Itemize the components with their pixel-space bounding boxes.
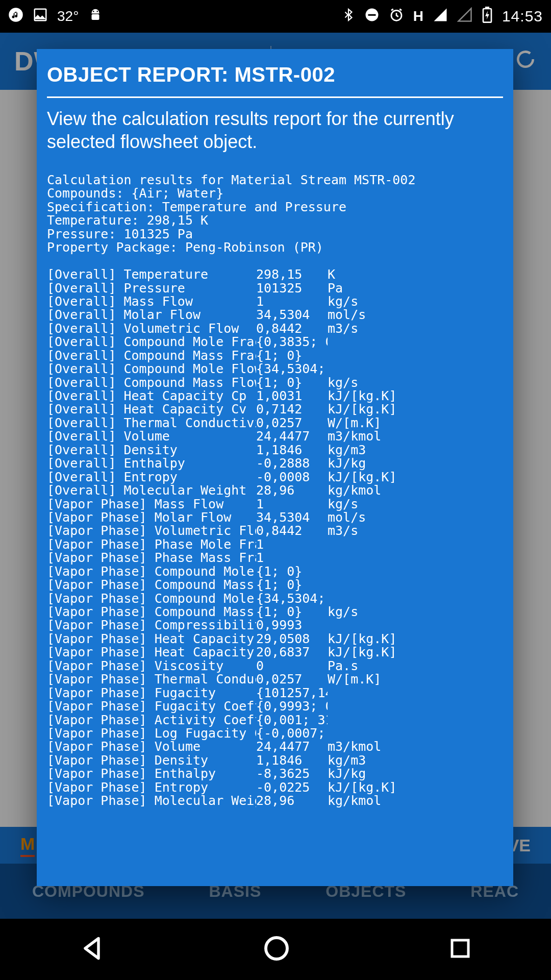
report-row: [Vapor Phase] Molecular Weight28,96kg/km… xyxy=(47,794,503,807)
report-row: [Overall] Heat Capacity Cp1,0031kJ/[kg.K… xyxy=(47,389,503,403)
report-body[interactable]: Calculation results for Material Stream … xyxy=(47,174,503,808)
nav-back-icon[interactable] xyxy=(79,935,105,964)
report-row: [Overall] Enthalpy-0,2888kJ/kg xyxy=(47,457,503,470)
battery-charging-icon xyxy=(482,7,493,27)
android-status-bar: 32° H 14:53 xyxy=(0,0,551,33)
report-row: [Vapor Phase] Compound Mass Fraction...{… xyxy=(47,578,503,592)
image-icon xyxy=(33,7,48,26)
report-row: [Vapor Phase] Volumetric Flow0,8442m3/s xyxy=(47,524,503,537)
report-row: [Vapor Phase] Entropy-0,0225kJ/[kg.K] xyxy=(47,781,503,794)
report-row: [Vapor Phase] Compound Mole Flows{34,530… xyxy=(47,592,503,605)
report-row: [Vapor Phase] Heat Capacity Cp29,0508kJ/… xyxy=(47,632,503,646)
report-row: [Overall] Compound Mass Flows{1; 0}kg/s xyxy=(47,376,503,389)
svg-rect-4 xyxy=(92,14,99,19)
signal-empty-icon xyxy=(457,7,472,26)
report-header-line: Calculation results for Material Stream … xyxy=(47,174,503,187)
report-row: [Vapor Phase] Compound Mole Fraction...{… xyxy=(47,565,503,578)
report-row: [Vapor Phase] Thermal Conductivity0,0257… xyxy=(47,673,503,686)
svg-point-12 xyxy=(266,938,287,959)
network-type-indicator: H xyxy=(413,8,423,24)
report-row: [Overall] Compound Mole Flows{34,5304; 0… xyxy=(47,362,503,376)
signal-icon xyxy=(433,7,448,26)
svg-point-3 xyxy=(97,10,98,12)
report-row: [Overall] Volumetric Flow0,8442m3/s xyxy=(47,322,503,335)
object-report-dialog: OBJECT REPORT: MSTR-002 View the calcula… xyxy=(37,49,513,886)
status-right-group: H 14:53 xyxy=(342,7,543,27)
dialog-title: OBJECT REPORT: MSTR-002 xyxy=(47,63,503,98)
report-row: [Vapor Phase] Volume24,4477m3/kmol xyxy=(47,740,503,753)
report-row: [Overall] Density1,1846kg/m3 xyxy=(47,444,503,457)
nav-home-icon[interactable] xyxy=(262,934,291,965)
dialog-subtitle: View the calculation results report for … xyxy=(47,107,503,153)
android-debug-icon xyxy=(88,7,103,26)
report-row: [Overall] Mass Flow1kg/s xyxy=(47,295,503,308)
status-left-group: 32° xyxy=(8,7,103,26)
bluetooth-icon xyxy=(342,7,355,26)
report-row: [Overall] Temperature298,15K xyxy=(47,268,503,281)
android-nav-bar xyxy=(0,919,551,980)
report-row: [Vapor Phase] Activity Coefficient{0,001… xyxy=(47,714,503,727)
report-header-line: Specification: Temperature and Pressure xyxy=(47,201,503,214)
report-row: [Vapor Phase] Phase Mass Fraction1 xyxy=(47,551,503,565)
report-row: [Vapor Phase] Fugacity Coefficient{0,999… xyxy=(47,700,503,713)
report-row: [Vapor Phase] Enthalpy-8,3625kJ/kg xyxy=(47,767,503,780)
report-row: [Vapor Phase] Molar Flow34,5304mol/s xyxy=(47,511,503,524)
svg-rect-13 xyxy=(452,940,468,957)
report-header-line: Property Package: Peng-Robinson (PR) xyxy=(47,241,503,254)
report-row: [Overall] Molar Flow34,5304mol/s xyxy=(47,308,503,322)
report-row: [Overall] Compound Mole Fractions{0,3835… xyxy=(47,335,503,349)
report-row: [Vapor Phase] Heat Capacity Cv20,6837kJ/… xyxy=(47,646,503,659)
svg-rect-9 xyxy=(485,7,489,9)
nav-recent-icon[interactable] xyxy=(448,936,472,963)
svg-point-0 xyxy=(9,8,23,22)
report-row: [Vapor Phase] Density1,1846kg/m3 xyxy=(47,754,503,767)
app-surface: DWSIM M OVE COMPOUNDS BASIS OBJECTS REAC… xyxy=(0,33,551,919)
report-row: [Overall] Molecular Weight28,96kg/kmol xyxy=(47,484,503,497)
report-row: [Overall] Heat Capacity Cv0,7142kJ/[kg.K… xyxy=(47,403,503,416)
report-row: [Overall] Thermal Conductivity0,0257W/[m… xyxy=(47,416,503,430)
report-header-line: Compounds: {Air; Water} xyxy=(47,187,503,200)
status-temperature: 32° xyxy=(57,8,79,24)
alarm-icon xyxy=(389,7,404,26)
svg-rect-6 xyxy=(368,14,375,15)
report-row: [Overall] Compound Mass Fractions{1; 0} xyxy=(47,349,503,362)
report-row: [Overall] Volume24,4477m3/kmol xyxy=(47,430,503,443)
report-header-line: Pressure: 101325 Pa xyxy=(47,228,503,241)
report-row: [Vapor Phase] Fugacity{101257,1427; 0} P… xyxy=(47,687,503,700)
music-icon xyxy=(8,7,23,26)
status-clock: 14:53 xyxy=(502,8,543,25)
report-row: [Vapor Phase] Viscosity0Pa.s xyxy=(47,659,503,673)
report-row: [Overall] Entropy-0,0008kJ/[kg.K] xyxy=(47,471,503,484)
report-row: [Vapor Phase] Compressibility Factor0,99… xyxy=(47,619,503,632)
report-row: [Vapor Phase] Mass Flow1kg/s xyxy=(47,498,503,511)
report-row: [Overall] Pressure101325Pa xyxy=(47,282,503,295)
svg-point-2 xyxy=(93,10,94,12)
report-row: [Vapor Phase] Compound Mass Flows{1; 0}k… xyxy=(47,605,503,619)
report-header-line: Temperature: 298,15 K xyxy=(47,214,503,227)
report-row: [Vapor Phase] Phase Mole Fraction1 xyxy=(47,538,503,551)
do-not-disturb-icon xyxy=(364,7,380,26)
report-row: [Vapor Phase] Log Fugacity Coefficie...{… xyxy=(47,727,503,740)
